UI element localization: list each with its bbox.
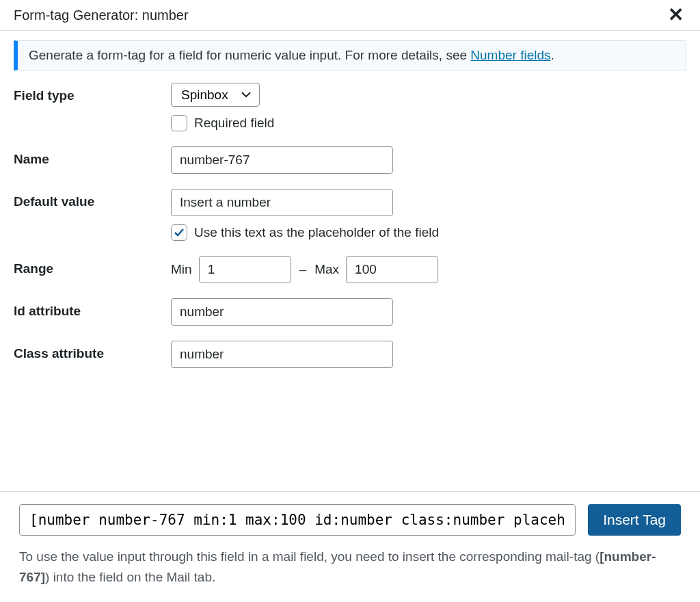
label-class-attribute: Class attribute bbox=[14, 341, 171, 361]
label-name: Name bbox=[14, 146, 171, 167]
form-tag-generator-dialog: Form-tag Generator: number ✕ Generate a … bbox=[0, 0, 700, 602]
dialog-title: Form-tag Generator: number bbox=[14, 8, 189, 23]
row-field-type: Field type Spinbox Required field bbox=[14, 83, 686, 131]
footer-note-before: To use the value input through this fiel… bbox=[19, 549, 600, 564]
label-field-type: Field type bbox=[14, 83, 171, 103]
row-id-attribute: Id attribute bbox=[14, 298, 686, 326]
label-range: Range bbox=[14, 256, 171, 276]
footer-note-after: ) into the field on the Mail tab. bbox=[45, 570, 215, 584]
form-area: Field type Spinbox Required field bbox=[0, 83, 700, 491]
label-min: Min bbox=[171, 262, 192, 277]
label-max: Max bbox=[314, 262, 339, 277]
default-value-input[interactable] bbox=[171, 189, 393, 216]
footer-note: To use the value input through this fiel… bbox=[19, 547, 681, 587]
min-input[interactable] bbox=[199, 256, 291, 283]
tag-output[interactable] bbox=[19, 504, 576, 536]
label-id-attribute: Id attribute bbox=[14, 298, 171, 319]
range-dash: – bbox=[299, 262, 307, 277]
field-type-select[interactable]: Spinbox bbox=[171, 83, 260, 107]
row-range: Range Min – Max bbox=[14, 256, 686, 283]
dialog-footer: Insert Tag To use the value input throug… bbox=[0, 491, 700, 602]
max-input[interactable] bbox=[346, 256, 438, 283]
id-attribute-input[interactable] bbox=[171, 298, 393, 326]
row-default-value: Default value Use this text as the place… bbox=[14, 189, 686, 241]
info-text-after: . bbox=[551, 48, 554, 62]
row-name: Name bbox=[14, 146, 686, 174]
placeholder-checkbox-label: Use this text as the placeholder of the … bbox=[194, 225, 439, 240]
info-text-before: Generate a form-tag for a field for nume… bbox=[29, 48, 470, 62]
info-bar: Generate a form-tag for a field for nume… bbox=[14, 40, 686, 70]
info-link[interactable]: Number fields bbox=[470, 48, 550, 62]
label-default-value: Default value bbox=[14, 189, 171, 209]
dialog-header: Form-tag Generator: number ✕ bbox=[0, 0, 700, 31]
close-icon[interactable]: ✕ bbox=[665, 5, 686, 25]
required-field-label: Required field bbox=[194, 116, 274, 131]
row-class-attribute: Class attribute bbox=[14, 341, 686, 368]
placeholder-checkbox[interactable] bbox=[171, 224, 187, 241]
required-field-checkbox[interactable] bbox=[171, 115, 187, 131]
class-attribute-input[interactable] bbox=[171, 341, 393, 368]
name-input[interactable] bbox=[171, 146, 393, 174]
insert-tag-button[interactable]: Insert Tag bbox=[588, 504, 681, 536]
